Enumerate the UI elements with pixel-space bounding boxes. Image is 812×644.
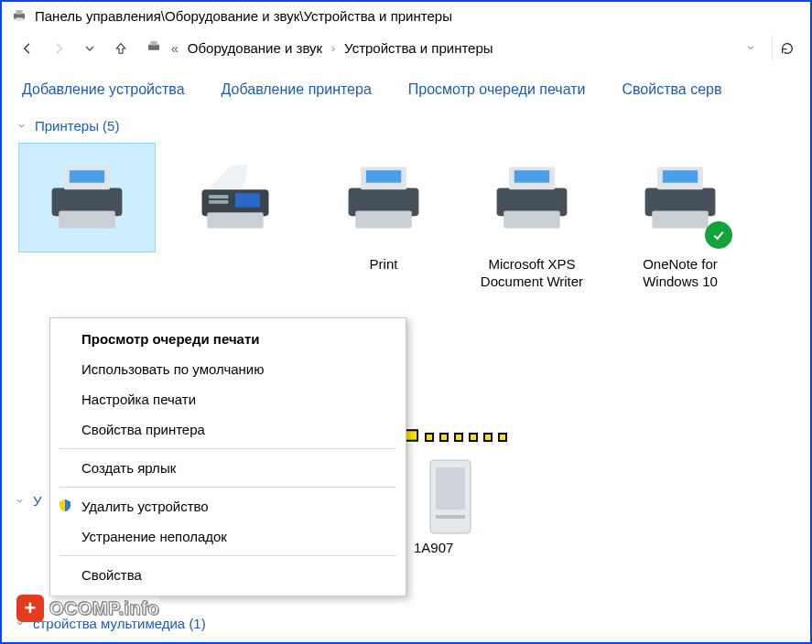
group-printers-header[interactable]: Принтеры (5) (13, 113, 799, 139)
printer-icon (612, 143, 749, 252)
ctx-remove-device[interactable]: Удалить устройство (50, 491, 406, 521)
svg-rect-25 (652, 210, 708, 228)
svg-rect-20 (514, 170, 549, 182)
address-dropdown-icon[interactable] (745, 41, 756, 56)
svg-rect-16 (366, 170, 401, 182)
recent-locations-button[interactable] (77, 36, 103, 61)
refresh-button[interactable] (772, 36, 801, 61)
address-bar[interactable]: « Оборудование и звук › Устройства и при… (139, 35, 763, 61)
address-icon (146, 38, 162, 58)
printer-icon (18, 143, 156, 252)
breadcrumb-hardware[interactable]: Оборудование и звук (188, 40, 322, 56)
printers-grid: Print Microsoft XPS Document Writer OneN… (13, 139, 799, 302)
cmd-add-device[interactable]: Добавление устройства (22, 81, 185, 98)
ctx-remove-label: Удалить устройство (81, 499, 209, 514)
svg-rect-11 (209, 195, 228, 199)
printer-tile[interactable] (167, 143, 304, 291)
svg-rect-28 (436, 515, 465, 519)
ctx-troubleshoot[interactable]: Устранение неполадок (50, 521, 406, 552)
printer-tile[interactable]: OneNote for Windows 10 (612, 143, 749, 291)
svg-rect-12 (209, 200, 228, 204)
watermark-badge-icon: + (16, 595, 44, 622)
printer-label: Print (315, 252, 452, 274)
ctx-set-default[interactable]: Использовать по умолчанию (50, 354, 406, 384)
annotation-dots (425, 430, 513, 445)
printer-label (18, 252, 156, 256)
uac-shield-icon (58, 498, 72, 515)
nav-row: « Оборудование и звук › Устройства и при… (2, 27, 810, 67)
up-button[interactable] (108, 36, 134, 61)
back-button[interactable] (15, 36, 40, 61)
cmd-server-props[interactable]: Свойства серв (622, 81, 721, 98)
watermark-text: OCOMP.info (49, 598, 159, 619)
breadcrumb-devices[interactable]: Устройства и принтеры (344, 40, 493, 56)
group-unspecified-label: У (33, 493, 42, 509)
group-printers-label: Принтеры (5) (35, 118, 119, 134)
ctx-printer-props[interactable]: Свойства принтера (50, 414, 406, 445)
command-bar: Добавление устройства Добавление принтер… (2, 67, 810, 111)
svg-rect-3 (148, 45, 159, 50)
device-icon[interactable] (414, 455, 487, 546)
ctx-separator (60, 487, 396, 488)
forward-button (46, 36, 71, 61)
svg-rect-24 (663, 170, 698, 182)
ctx-create-shortcut[interactable]: Создать ярлык (50, 453, 406, 483)
printer-icon (315, 143, 452, 252)
context-menu: Просмотр очереди печати Использовать по … (49, 317, 406, 596)
ctx-separator (60, 448, 396, 449)
printer-tile[interactable]: Microsoft XPS Document Writer (463, 143, 601, 291)
svg-rect-27 (436, 467, 465, 510)
svg-rect-8 (59, 210, 114, 228)
printer-icon (463, 143, 601, 252)
svg-rect-1 (16, 10, 23, 15)
address-overflow-icon[interactable]: « (171, 41, 179, 56)
group-unspecified-header[interactable]: У (13, 493, 42, 509)
ctx-print-prefs[interactable]: Настройка печати (50, 384, 406, 414)
svg-rect-17 (355, 210, 411, 228)
default-check-icon (705, 221, 732, 249)
breadcrumb-separator-icon: › (331, 42, 335, 55)
chevron-down-icon (13, 493, 26, 509)
printer-label: Microsoft XPS Document Writer (463, 252, 601, 291)
cmd-add-printer[interactable]: Добавление принтера (222, 81, 372, 98)
printer-label (167, 252, 304, 256)
svg-rect-10 (235, 193, 260, 207)
ctx-view-queue[interactable]: Просмотр очереди печати (50, 324, 406, 354)
chevron-down-icon (15, 118, 27, 134)
device-label: 1A907 (414, 540, 453, 555)
title-bar: Панель управления\Оборудование и звук\Ус… (2, 2, 810, 27)
ctx-separator (60, 555, 396, 556)
svg-rect-7 (70, 170, 104, 182)
printers-title-icon (11, 7, 27, 24)
window-title: Панель управления\Оборудование и звук\Ус… (35, 8, 452, 24)
fax-icon (167, 143, 304, 252)
printer-tile[interactable] (18, 143, 156, 291)
printer-tile[interactable]: Print (315, 143, 452, 291)
svg-rect-21 (503, 210, 559, 228)
svg-rect-4 (150, 41, 157, 46)
printer-label: OneNote for Windows 10 (612, 252, 749, 291)
svg-rect-2 (16, 17, 23, 21)
svg-rect-13 (207, 212, 263, 228)
watermark: + OCOMP.info (16, 595, 159, 622)
ctx-properties[interactable]: Свойства (50, 560, 406, 590)
cmd-view-queue[interactable]: Просмотр очереди печати (408, 81, 586, 98)
